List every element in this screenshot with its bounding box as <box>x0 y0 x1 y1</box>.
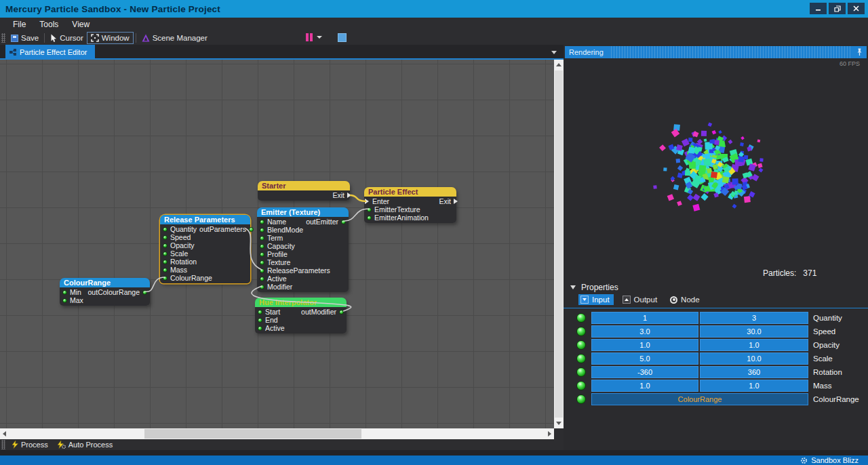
max-value-field[interactable]: 30.0 <box>700 325 808 338</box>
input-port-icon[interactable] <box>163 268 167 272</box>
max-value-field[interactable]: 3 <box>700 312 808 324</box>
process-bar-grip[interactable] <box>1 440 5 449</box>
collapse-triangle-icon[interactable] <box>570 285 576 289</box>
node-starter[interactable]: StarterExit <box>258 181 350 201</box>
min-value-field[interactable]: 5.0 <box>591 352 698 365</box>
stop-button[interactable] <box>338 33 347 42</box>
node-particle-effect[interactable]: Particle EffectEnterExitEmitterTextureEm… <box>364 187 456 223</box>
min-value-field[interactable]: 1.0 <box>591 339 698 351</box>
pause-dropdown-caret[interactable] <box>317 36 322 39</box>
green-led-icon[interactable] <box>576 381 586 390</box>
node-emitter-texture[interactable]: Emitter (Texture)NameoutEmitterBlendMode… <box>257 207 349 292</box>
input-port-icon[interactable] <box>163 227 167 232</box>
tab-node[interactable]: Node <box>668 294 704 305</box>
input-port-icon[interactable] <box>258 326 262 331</box>
node-starter-title[interactable]: Starter <box>258 181 350 190</box>
horizontal-scrollbar[interactable] <box>0 428 554 439</box>
node-release-parameters-title[interactable]: Release Parameters <box>160 215 250 224</box>
rendering-panel-header[interactable]: Rendering <box>565 46 867 58</box>
input-port-icon[interactable] <box>260 285 264 289</box>
input-port-icon[interactable] <box>163 251 167 256</box>
enter-port-icon[interactable] <box>365 199 369 204</box>
node-graph-canvas[interactable]: StarterExitParticle EffectEnterExitEmitt… <box>0 60 554 428</box>
node-emitter-texture-title[interactable]: Emitter (Texture) <box>257 207 349 217</box>
output-port-icon[interactable] <box>249 227 254 232</box>
node-colour-range-title[interactable]: ColourRange <box>60 278 150 287</box>
node-hue-interpolator-title[interactable]: Hue Interpolator <box>255 298 347 307</box>
input-port-icon[interactable] <box>163 235 167 240</box>
input-port-icon[interactable] <box>260 244 264 249</box>
input-port-icon[interactable] <box>260 268 264 273</box>
green-led-icon[interactable] <box>576 395 586 404</box>
input-port-icon[interactable] <box>258 310 262 315</box>
process-button[interactable]: Process <box>7 441 53 449</box>
scroll-down-icon[interactable] <box>556 422 561 425</box>
min-value-field[interactable]: 1 <box>591 312 698 324</box>
output-port-icon[interactable] <box>341 220 346 224</box>
green-led-icon[interactable] <box>576 327 586 336</box>
input-port-icon[interactable] <box>163 260 167 264</box>
tab-list-chevron-icon[interactable] <box>551 51 557 54</box>
min-value-field[interactable]: 1.0 <box>591 380 698 392</box>
window-button[interactable]: Window <box>87 32 134 44</box>
scroll-left-icon[interactable] <box>3 431 6 437</box>
green-led-icon[interactable] <box>576 313 586 323</box>
input-port-icon[interactable] <box>367 216 372 220</box>
max-value-field[interactable]: 10.0 <box>700 352 808 365</box>
menu-view[interactable]: View <box>66 18 96 31</box>
node-particle-effect-title[interactable]: Particle Effect <box>364 187 456 197</box>
input-port-icon[interactable] <box>260 236 264 241</box>
input-port-icon[interactable] <box>163 276 167 281</box>
properties-label: Properties <box>581 283 618 292</box>
vertical-scrollbar-thumb[interactable] <box>555 70 563 418</box>
input-port-icon[interactable] <box>163 243 167 248</box>
exit-port-icon[interactable] <box>347 193 351 198</box>
restore-button[interactable] <box>829 3 846 14</box>
input-port-icon[interactable] <box>260 260 264 265</box>
scene-manager-button[interactable]: Scene Manager <box>138 33 211 43</box>
node-hue-interpolator[interactable]: Hue InterpolatorStartoutModifierEndActiv… <box>255 298 347 333</box>
menu-tools[interactable]: Tools <box>33 18 64 31</box>
colour-range-field[interactable]: ColourRange <box>591 393 808 405</box>
properties-header[interactable]: Properties <box>570 283 618 292</box>
tab-input[interactable]: Input <box>578 294 614 305</box>
min-value-field[interactable]: -360 <box>591 366 698 378</box>
horizontal-scrollbar-thumb[interactable] <box>144 429 361 439</box>
max-value-field[interactable]: 360 <box>700 366 808 378</box>
max-value-field[interactable]: 1.0 <box>700 339 808 351</box>
scroll-right-icon[interactable] <box>548 431 551 437</box>
tab-particle-effect-editor[interactable]: Particle Effect Editor <box>5 45 95 60</box>
menu-file[interactable]: File <box>7 18 32 31</box>
tab-output[interactable]: Output <box>620 294 662 305</box>
vertical-scrollbar[interactable] <box>554 60 564 428</box>
green-led-icon[interactable] <box>576 354 586 363</box>
min-value-field[interactable]: 3.0 <box>591 325 698 338</box>
input-port-icon[interactable] <box>260 228 264 232</box>
rendering-viewport[interactable]: 60 FPS Particles: 371 Properties Input <box>564 58 868 450</box>
node-release-parameters[interactable]: Release ParametersQuantityoutParametersS… <box>160 215 250 283</box>
toolbar-grip[interactable] <box>1 33 5 43</box>
green-led-icon[interactable] <box>576 367 586 377</box>
node-colour-range[interactable]: ColourRangeMinoutColourRangeMax <box>60 278 150 306</box>
input-port-icon[interactable] <box>62 290 67 295</box>
exit-port-icon[interactable] <box>454 199 458 204</box>
save-button[interactable]: Save <box>7 33 42 43</box>
input-port-icon[interactable] <box>258 318 262 323</box>
output-port-icon[interactable] <box>142 290 147 295</box>
input-port-icon[interactable] <box>260 277 264 281</box>
input-port-icon[interactable] <box>62 298 67 303</box>
output-port-icon[interactable] <box>339 310 344 315</box>
cursor-button[interactable]: Cursor <box>47 33 87 44</box>
input-port-icon[interactable] <box>260 220 264 224</box>
green-led-icon[interactable] <box>576 340 586 350</box>
input-port-icon[interactable] <box>367 207 372 212</box>
pin-icon[interactable] <box>852 46 867 58</box>
input-port-icon[interactable] <box>260 252 264 257</box>
scroll-up-icon[interactable] <box>556 63 561 66</box>
close-button[interactable] <box>848 3 865 14</box>
auto-process-button[interactable]: Auto Process <box>53 441 117 449</box>
pause-button[interactable] <box>305 33 313 42</box>
property-row-quantity: 13Quantity <box>564 312 868 324</box>
minimize-button[interactable] <box>810 3 827 14</box>
max-value-field[interactable]: 1.0 <box>700 380 808 392</box>
